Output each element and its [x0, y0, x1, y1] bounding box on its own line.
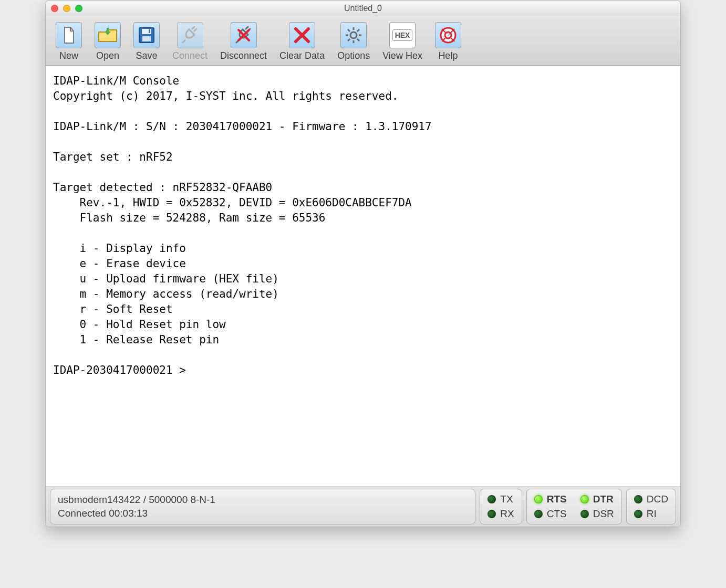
disconnect-button-label: Disconnect — [220, 50, 267, 61]
help-button-label: Help — [438, 50, 458, 61]
window-zoom-button[interactable] — [75, 5, 82, 12]
status-connection-panel: usbmodem143422 / 5000000 8-N-1 Connected… — [50, 489, 475, 524]
new-file-icon — [56, 22, 82, 48]
status-modemlines-panel: DCD RI — [626, 489, 676, 524]
led-rts-dot — [534, 495, 543, 503]
clear-x-icon — [289, 22, 315, 48]
status-port-line: usbmodem143422 / 5000000 8-N-1 — [58, 494, 215, 506]
svg-rect-4 — [149, 29, 150, 33]
led-rts[interactable]: RTS — [534, 494, 567, 505]
led-ri-dot — [634, 510, 642, 518]
led-dtr-label: DTR — [593, 494, 614, 505]
new-button[interactable]: New — [53, 19, 85, 63]
led-dcd-label: DCD — [647, 494, 668, 505]
hex-badge-text: HEX — [392, 29, 413, 41]
led-rx-label: RX — [500, 508, 514, 520]
open-folder-icon — [95, 22, 121, 48]
view-hex-button-label: View Hex — [382, 50, 422, 61]
plug-connect-icon — [177, 22, 203, 48]
new-button-label: New — [59, 50, 78, 61]
open-button-label: Open — [96, 50, 119, 61]
led-dsr: DSR — [580, 508, 614, 520]
window-minimize-button[interactable] — [63, 5, 70, 12]
clear-data-button[interactable]: Clear Data — [277, 19, 327, 63]
console-output[interactable]: IDAP-Link/M Console Copyright (c) 2017, … — [46, 66, 680, 487]
led-rx: RX — [488, 508, 514, 520]
status-flowcontrol-panel: RTS DTR CTS DSR — [526, 489, 622, 524]
led-rts-label: RTS — [547, 494, 567, 505]
led-cts-label: CTS — [547, 508, 567, 520]
help-lifebuoy-icon: ? — [435, 22, 461, 48]
save-floppy-icon — [133, 22, 160, 48]
status-bar: usbmodem143422 / 5000000 8-N-1 Connected… — [46, 487, 680, 527]
led-dsr-dot — [580, 510, 589, 518]
svg-point-5 — [350, 32, 357, 38]
svg-text:?: ? — [447, 32, 450, 39]
connect-button-label: Connect — [172, 50, 208, 61]
disconnect-button[interactable]: Disconnect — [217, 19, 269, 63]
plug-disconnect-icon — [231, 22, 257, 48]
options-button-label: Options — [337, 50, 370, 61]
svg-rect-3 — [142, 36, 151, 41]
open-button[interactable]: Open — [92, 19, 123, 63]
window-title: Untitled_0 — [46, 4, 680, 13]
led-cts: CTS — [534, 508, 567, 520]
led-tx: TX — [488, 494, 514, 505]
led-dtr-dot — [580, 495, 589, 503]
app-window: Untitled_0 New Open Save Connect — [45, 0, 681, 527]
toolbar: New Open Save Connect Disconnect — [46, 16, 680, 66]
led-tx-dot — [488, 495, 496, 503]
led-dsr-label: DSR — [593, 508, 614, 520]
window-close-button[interactable] — [51, 5, 58, 12]
titlebar: Untitled_0 — [46, 1, 680, 16]
save-button[interactable]: Save — [131, 19, 162, 63]
view-hex-button[interactable]: HEX View Hex — [380, 19, 425, 63]
status-txrx-panel: TX RX — [480, 489, 522, 524]
help-button[interactable]: ? Help — [432, 19, 464, 63]
traffic-lights — [51, 5, 82, 12]
led-dcd-dot — [634, 495, 642, 503]
led-ri: RI — [634, 508, 668, 520]
led-rx-dot — [488, 510, 496, 518]
led-dtr[interactable]: DTR — [580, 494, 614, 505]
led-tx-label: TX — [500, 494, 513, 505]
hex-badge-icon: HEX — [389, 22, 416, 48]
clear-data-button-label: Clear Data — [279, 50, 325, 61]
status-connected-line: Connected 00:03:13 — [58, 508, 148, 519]
connect-button: Connect — [170, 19, 210, 63]
svg-rect-0 — [107, 28, 109, 33]
save-button-label: Save — [136, 50, 157, 61]
led-dcd: DCD — [634, 494, 668, 505]
options-button[interactable]: Options — [335, 19, 372, 63]
led-cts-dot — [534, 510, 543, 518]
gear-icon — [340, 22, 367, 48]
led-ri-label: RI — [647, 508, 657, 520]
